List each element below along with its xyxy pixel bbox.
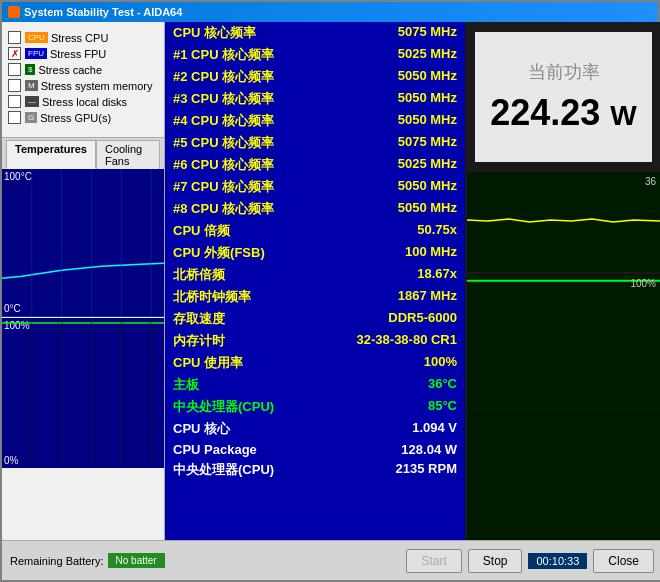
cpu-row-19: CPU Package128.04 W bbox=[165, 440, 465, 459]
timer-display: 00:10:33 bbox=[528, 553, 587, 569]
button-area: Start Stop 00:10:33 Close bbox=[406, 549, 654, 573]
cpu-table: CPU 核心频率5075 MHz#1 CPU 核心频率5025 MHz#2 CP… bbox=[165, 22, 465, 481]
cpu-label-8: #8 CPU 核心频率 bbox=[173, 200, 274, 218]
right-bottom-svg bbox=[467, 274, 660, 544]
stress-cache-item: $ Stress cache bbox=[8, 63, 158, 76]
stress-cpu-checkbox[interactable] bbox=[8, 31, 21, 44]
stress-disk-item: — Stress local disks bbox=[8, 95, 158, 108]
cpu-label-9: CPU 倍频 bbox=[173, 222, 230, 240]
stress-cpu-item: CPU Stress CPU bbox=[8, 31, 158, 44]
cpu-value-19: 128.04 W bbox=[401, 442, 457, 457]
cpu-value-13: DDR5-6000 bbox=[388, 310, 457, 328]
cpu-row-9: CPU 倍频50.75x bbox=[165, 220, 465, 242]
cpu-usage-graph: 100% 0% bbox=[2, 318, 164, 468]
stress-disk-checkbox[interactable] bbox=[8, 95, 21, 108]
cpu-row-6: #6 CPU 核心频率5025 MHz bbox=[165, 154, 465, 176]
cpu-value-7: 5050 MHz bbox=[398, 178, 457, 196]
cpu-value-6: 5025 MHz bbox=[398, 156, 457, 174]
stress-cache-label: Stress cache bbox=[38, 64, 102, 76]
main-window: System Stability Test - AIDA64 CPU Stres… bbox=[0, 0, 660, 582]
usage-graph-svg bbox=[2, 318, 164, 468]
cpu-value-9: 50.75x bbox=[417, 222, 457, 240]
cpu-label-11: 北桥倍频 bbox=[173, 266, 225, 284]
cpu-value-20: 2135 RPM bbox=[396, 461, 457, 479]
tab-cooling-fans[interactable]: Cooling Fans bbox=[96, 140, 160, 169]
stress-disk-label: Stress local disks bbox=[42, 96, 127, 108]
cpu-label-5: #5 CPU 核心频率 bbox=[173, 134, 274, 152]
stress-fpu-checkbox[interactable] bbox=[8, 47, 21, 60]
window-title: System Stability Test - AIDA64 bbox=[24, 6, 182, 18]
cpu-icon: CPU bbox=[25, 32, 48, 43]
cpu-value-14: 32-38-38-80 CR1 bbox=[357, 332, 457, 350]
stress-mem-item: M Stress system memory bbox=[8, 79, 158, 92]
cpu-label-17: 中央处理器(CPU) bbox=[173, 398, 274, 416]
graph-top: 100°C 0°C bbox=[2, 169, 164, 317]
cpu-value-15: 100% bbox=[424, 354, 457, 372]
cpu-label-1: #1 CPU 核心频率 bbox=[173, 46, 274, 64]
cpu-label-7: #7 CPU 核心频率 bbox=[173, 178, 274, 196]
power-number: 224.23 bbox=[490, 92, 600, 133]
stress-gpu-checkbox[interactable] bbox=[8, 111, 21, 124]
right-bottom-label: 100% bbox=[630, 278, 656, 289]
stress-fpu-label: Stress FPU bbox=[50, 48, 106, 60]
cpu-label-15: CPU 使用率 bbox=[173, 354, 243, 372]
cpu-row-16: 主板36°C bbox=[165, 374, 465, 396]
cpu-row-13: 存取速度DDR5-6000 bbox=[165, 308, 465, 330]
cpu-row-4: #4 CPU 核心频率5050 MHz bbox=[165, 110, 465, 132]
stress-gpu-label: Stress GPU(s) bbox=[40, 112, 111, 124]
cpu-row-8: #8 CPU 核心频率5050 MHz bbox=[165, 198, 465, 220]
graph-bottom: 100% 0% bbox=[2, 318, 164, 468]
mem-icon: M bbox=[25, 80, 38, 91]
right-top-label: 36 bbox=[645, 176, 656, 187]
stress-mem-label: Stress system memory bbox=[41, 80, 153, 92]
cpu-label-13: 存取速度 bbox=[173, 310, 225, 328]
cpu-label-2: #2 CPU 核心频率 bbox=[173, 68, 274, 86]
cpu-row-5: #5 CPU 核心频率5075 MHz bbox=[165, 132, 465, 154]
cpu-value-5: 5075 MHz bbox=[398, 134, 457, 152]
cpu-row-10: CPU 外频(FSB)100 MHz bbox=[165, 242, 465, 264]
title-bar: System Stability Test - AIDA64 bbox=[2, 2, 658, 22]
power-label: 当前功率 bbox=[528, 60, 600, 84]
power-value: 224.23 W bbox=[490, 92, 637, 134]
cpu-label-18: CPU 核心 bbox=[173, 420, 230, 438]
cpu-value-4: 5050 MHz bbox=[398, 112, 457, 130]
tab-temperatures[interactable]: Temperatures bbox=[6, 140, 96, 169]
cpu-value-16: 36°C bbox=[428, 376, 457, 394]
cpu-row-0: CPU 核心频率5075 MHz bbox=[165, 22, 465, 44]
cpu-row-12: 北桥时钟频率1867 MHz bbox=[165, 286, 465, 308]
cpu-value-10: 100 MHz bbox=[405, 244, 457, 262]
graph-0pct-label: 0% bbox=[4, 455, 18, 466]
temp-graph-svg bbox=[2, 169, 164, 316]
cpu-row-17: 中央处理器(CPU)85°C bbox=[165, 396, 465, 418]
fpu-icon: FPU bbox=[25, 48, 47, 59]
start-button[interactable]: Start bbox=[406, 549, 461, 573]
cpu-label-10: CPU 外频(FSB) bbox=[173, 244, 265, 262]
cpu-row-20: 中央处理器(CPU)2135 RPM bbox=[165, 459, 465, 481]
stop-button[interactable]: Stop bbox=[468, 549, 523, 573]
cpu-row-11: 北桥倍频18.67x bbox=[165, 264, 465, 286]
cpu-label-3: #3 CPU 核心频率 bbox=[173, 90, 274, 108]
right-top-svg bbox=[467, 172, 660, 272]
cpu-label-19: CPU Package bbox=[173, 442, 257, 457]
cpu-value-8: 5050 MHz bbox=[398, 200, 457, 218]
cpu-label-6: #6 CPU 核心频率 bbox=[173, 156, 274, 174]
cpu-row-2: #2 CPU 核心频率5050 MHz bbox=[165, 66, 465, 88]
center-panel: CPU 核心频率5075 MHz#1 CPU 核心频率5025 MHz#2 CP… bbox=[165, 22, 465, 544]
stress-cache-checkbox[interactable] bbox=[8, 63, 21, 76]
left-panel: CPU Stress CPU FPU Stress FPU $ Stress c… bbox=[2, 22, 165, 544]
right-top-graph: 36 bbox=[467, 172, 660, 272]
stress-fpu-item: FPU Stress FPU bbox=[8, 47, 158, 60]
stress-cpu-label: Stress CPU bbox=[51, 32, 108, 44]
battery-area: Remaining Battery: No batter bbox=[10, 553, 165, 568]
power-display: 当前功率 224.23 W bbox=[475, 32, 652, 162]
cpu-label-12: 北桥时钟频率 bbox=[173, 288, 251, 306]
cpu-row-3: #3 CPU 核心频率5050 MHz bbox=[165, 88, 465, 110]
cpu-value-1: 5025 MHz bbox=[398, 46, 457, 64]
stress-gpu-item: G Stress GPU(s) bbox=[8, 111, 158, 124]
stress-mem-checkbox[interactable] bbox=[8, 79, 21, 92]
close-button[interactable]: Close bbox=[593, 549, 654, 573]
graph-zero-label: 0°C bbox=[4, 303, 21, 314]
right-bottom-graph: 100% bbox=[467, 274, 660, 544]
temperature-graph: 100°C 0°C bbox=[2, 169, 164, 317]
battery-badge: No batter bbox=[108, 553, 165, 568]
